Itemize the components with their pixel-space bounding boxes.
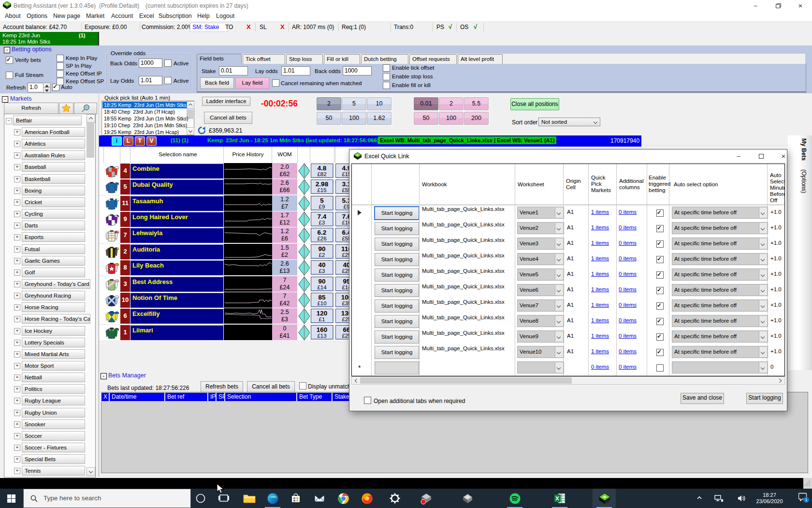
additional-columns-link[interactable]: 0 items [619, 348, 637, 354]
tab-alt-level-profit[interactable]: Alt level profit [458, 54, 503, 64]
worksheet-dropdown[interactable] [517, 361, 564, 374]
stake-button-back-50[interactable]: 50 [317, 112, 341, 125]
enable-triggered-betting-checkbox[interactable] [656, 240, 664, 248]
tree-node-politics[interactable]: Politics [22, 384, 85, 394]
bets-column-selection[interactable]: Selection [225, 393, 297, 401]
file-explorer-icon[interactable] [237, 489, 261, 508]
enable-triggered-betting-checkbox[interactable] [656, 209, 664, 217]
tree-scroll-thumb[interactable] [87, 123, 94, 158]
tree-node-golf[interactable]: Golf [22, 268, 85, 277]
tree-node-rugby-union[interactable]: Rugby Union [22, 408, 85, 418]
stake-button-back-5[interactable]: 5 [342, 97, 366, 110]
back-field-button[interactable]: Back field [200, 77, 234, 89]
additional-columns-link[interactable]: 0 items [619, 271, 637, 277]
my-bets-side-tab[interactable]: My Bets (Options) [788, 135, 812, 370]
start-logging-button[interactable] [375, 361, 419, 374]
menu-item-market[interactable]: Market [86, 13, 104, 20]
keep-offset-ip-checkbox[interactable] [57, 70, 64, 77]
tree-node-ice-hockey[interactable]: Ice Hockey [22, 326, 85, 336]
back-odds-active-checkbox[interactable] [164, 60, 172, 67]
auto-select-dropdown[interactable]: At specific time before off [672, 269, 768, 281]
sp-in-play-checkbox[interactable] [57, 62, 64, 70]
additional-columns-link[interactable]: 0 items [619, 364, 637, 370]
runner-name[interactable]: Combine [130, 164, 223, 179]
quick-pick-markets-link[interactable]: 0 items [591, 364, 609, 370]
quick-pick-item[interactable]: 19:25 Kemp 23rd Jun (1m Hcap) [102, 129, 187, 135]
tree-toggle-expand[interactable]: + [14, 328, 20, 334]
tree-node-soccer-fixtures[interactable]: Soccer - Fixtures [22, 443, 85, 452]
mail-icon[interactable] [308, 489, 331, 508]
additional-columns-link[interactable]: 0 items [619, 317, 637, 323]
hedge-diamond-icon[interactable] [298, 260, 310, 276]
tree-node-boxing[interactable]: Boxing [22, 186, 85, 195]
stake-button-back-100[interactable]: 100 [342, 112, 366, 125]
favourites-button[interactable] [59, 103, 73, 114]
start-logging-button[interactable]: Start logging [375, 346, 419, 359]
quick-pick-markets-link[interactable]: 1 items [591, 224, 609, 230]
worksheet-dropdown[interactable]: Venue1 [517, 207, 564, 219]
start-logging-button[interactable]: Start logging [375, 253, 419, 266]
close-all-positions-button[interactable]: Close all positions [510, 98, 559, 110]
auto-select-dropdown[interactable]: At specific time before off [672, 315, 768, 327]
display-unmatched-checkbox[interactable] [299, 382, 306, 389]
quick-pick-item[interactable]: 18:25 Kemp 23rd Jun (1m Mdn Stks) [102, 102, 187, 108]
worksheet-dropdown[interactable]: Venue2 [517, 222, 564, 234]
lay-field-button[interactable]: Lay field [235, 77, 269, 89]
enable-stop-loss-checkbox[interactable] [383, 73, 390, 80]
tray-volume-icon[interactable] [738, 494, 748, 503]
market-info-button[interactable]: i [112, 136, 122, 146]
hedge-diamond-icon[interactable] [298, 325, 310, 341]
runner-name[interactable]: Lehwaiyla [130, 228, 223, 243]
auto-select-dropdown[interactable]: At specific time before off [672, 330, 768, 343]
tree-toggle-expand[interactable]: + [14, 468, 20, 474]
sm-stake-field[interactable]: SM: Stake [190, 23, 228, 32]
dialog-close-button[interactable]: × [776, 152, 791, 161]
tray-network-icon[interactable] [714, 494, 725, 503]
start-logging-button[interactable]: Start logging [375, 222, 419, 235]
tab-tick-offset[interactable]: Tick offset [243, 54, 285, 64]
store-icon[interactable] [284, 489, 307, 508]
worksheet-dropdown[interactable]: Venue9 [517, 330, 564, 343]
start-button[interactable] [0, 489, 23, 508]
quick-pick-markets-link[interactable]: 1 items [591, 255, 609, 261]
firefox-icon[interactable] [355, 489, 378, 508]
lay-odds-active-checkbox[interactable] [164, 77, 172, 84]
runner-name[interactable]: Excelfilly [130, 309, 223, 324]
tree-node-futsal[interactable]: Futsal [22, 244, 85, 254]
tree-toggle-expand[interactable]: + [14, 433, 20, 439]
gray-diamond-app-icon[interactable] [456, 489, 479, 508]
start-logging-button[interactable]: Start logging [375, 315, 419, 328]
tree-toggle-expand[interactable]: + [14, 363, 20, 369]
cancel-remaining-checkbox[interactable] [272, 79, 279, 87]
tab-dutch-betting[interactable]: Dutch betting [361, 54, 408, 64]
close-button[interactable]: × [793, 2, 808, 10]
tree-toggle-expand[interactable]: + [14, 386, 20, 392]
dialog-start-logging-button[interactable]: Start logging [746, 393, 783, 404]
menu-item-options[interactable]: Options [27, 13, 47, 20]
keep-in-play-checkbox[interactable] [57, 55, 64, 62]
taskbar-clock[interactable]: 18:2723/06/2020 [754, 492, 785, 505]
chrome-icon[interactable] [332, 489, 355, 508]
runner-name[interactable]: Best Address [130, 277, 223, 292]
quick-pick-item[interactable]: 18:55 Kemp 23rd Jun (1m Mdn Stks) [102, 115, 187, 122]
tree-toggle-expand[interactable]: + [14, 234, 20, 240]
stake-button-lay-100[interactable]: 100 [439, 112, 464, 125]
enable-tick-offset-checkbox[interactable] [383, 64, 390, 72]
start-logging-button[interactable]: Start logging [375, 238, 419, 251]
back-price-cell[interactable]: 2.98£15 [311, 179, 334, 194]
tree-node-betfair[interactable]: Betfair [13, 116, 82, 125]
tab-stop-loss[interactable]: Stop loss [286, 54, 323, 64]
market-t-button[interactable]: T [135, 136, 145, 146]
dialog-maximize-button[interactable] [754, 152, 768, 161]
tree-node-gaelic-games[interactable]: Gaelic Games [22, 256, 85, 266]
back-price-cell[interactable]: 7.4£3 [311, 212, 334, 226]
tree-toggle-expand[interactable]: + [14, 281, 20, 287]
auto-select-dropdown[interactable]: At specific time before off [672, 346, 768, 358]
auto-select-dropdown[interactable] [672, 361, 768, 374]
bets-manager-collapse[interactable]: - [101, 373, 107, 379]
back-price-cell[interactable]: 120£1 [311, 309, 334, 323]
hedge-diamond-icon[interactable] [298, 308, 310, 324]
runner-name[interactable]: Auditoria [130, 244, 223, 259]
enable-triggered-betting-checkbox[interactable] [656, 364, 664, 372]
fb-lay-odds-input[interactable]: 1.01 [281, 66, 310, 75]
